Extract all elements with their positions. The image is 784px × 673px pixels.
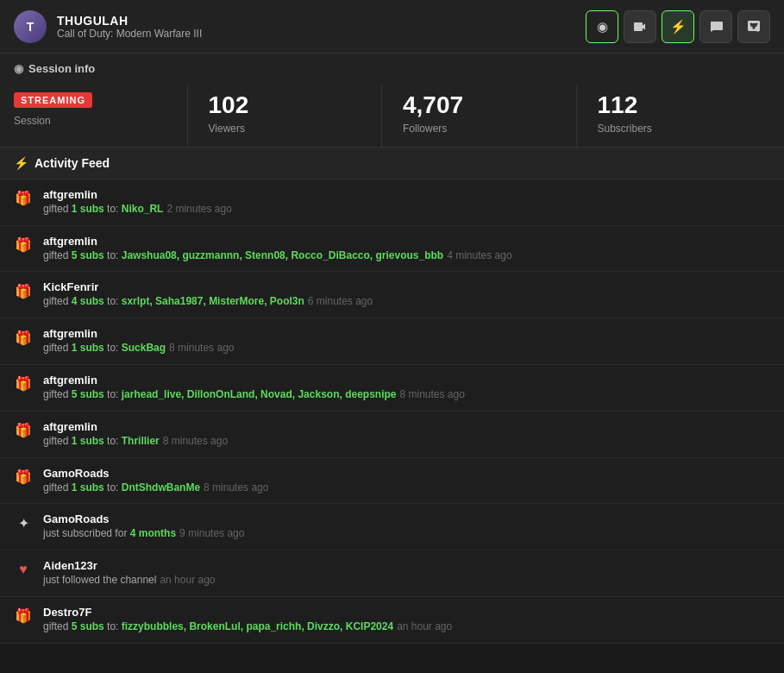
feed-icon-container: ♥ (14, 560, 33, 579)
stat-subscribers: 112 Subscribers (577, 85, 771, 147)
stat-followers: 4,707 Followers (382, 85, 577, 147)
star-icon: ✦ (18, 515, 29, 531)
activity-flash-icon: ⚡ (14, 156, 28, 170)
feed-text: gifted 5 subs to: Jawshua08, guzzmannn, … (43, 248, 770, 263)
viewers-label: Viewers (209, 123, 368, 135)
feed-content: aftgremlin gifted 1 subs to: SuckBag8 mi… (43, 327, 770, 355)
feed-icon-container: 🎁 (14, 189, 33, 208)
feed-text: gifted 5 subs to: fizzybubbles, BrokenLu… (43, 620, 770, 634)
feed-item: 🎁 Destro7F gifted 5 subs to: fizzybubble… (0, 597, 784, 644)
feed-text: just subscribed for 4 months9 minutes ag… (43, 526, 770, 541)
session-label: Session (14, 115, 173, 127)
gift-icon: 🎁 (15, 422, 32, 438)
video-icon-btn[interactable] (624, 10, 656, 43)
feed-item: 🎁 GamoRoads gifted 1 subs to: DntShdwBan… (0, 458, 784, 505)
session-stats: STREAMING Session 102 Viewers 4,707 Foll… (14, 85, 770, 147)
followers-count: 4,707 (403, 92, 562, 119)
feed-icon-container: 🎁 (14, 607, 33, 626)
header-username: THUGULAH (57, 14, 586, 28)
gift-icon: 🎁 (15, 283, 32, 299)
feed-item: 🎁 aftgremlin gifted 5 subs to: Jawshua08… (0, 226, 784, 273)
avatar: T (14, 10, 47, 43)
activity-header: ⚡ Activity Feed (0, 148, 784, 179)
feed-item: 🎁 aftgremlin gifted 5 subs to: jarhead_l… (0, 365, 784, 412)
feed-text: gifted 1 subs to: Niko_RL2 minutes ago (43, 202, 770, 217)
feed-text: gifted 1 subs to: DntShdwBanMe8 minutes … (43, 481, 770, 495)
subscribers-count: 112 (598, 92, 757, 119)
feed-username: GamoRoads (43, 513, 770, 525)
feed-content: aftgremlin gifted 1 subs to: Niko_RL2 mi… (43, 188, 770, 217)
feed-content: GamoRoads just subscribed for 4 months9 … (43, 513, 770, 541)
feed-username: aftgremlin (43, 420, 770, 433)
heart-icon: ♥ (19, 562, 28, 577)
session-title-text: Session info (28, 62, 95, 75)
subscribers-label: Subscribers (598, 123, 757, 135)
viewers-count: 102 (209, 92, 368, 119)
gift-icon: 🎁 (15, 469, 32, 485)
feed-icon-container: 🎁 (14, 328, 33, 347)
feed-item: 🎁 aftgremlin gifted 1 subs to: SuckBag8 … (0, 318, 784, 365)
feed-text: gifted 5 subs to: jarhead_live, DillonOn… (43, 387, 770, 402)
feed-text: just followed the channelan hour ago (43, 573, 770, 588)
feed-text: gifted 1 subs to: Thrillier8 minutes ago (43, 434, 770, 449)
chat-icon-btn[interactable] (699, 10, 732, 43)
feed-username: aftgremlin (43, 374, 770, 387)
feed-username: aftgremlin (43, 235, 770, 248)
header: T THUGULAH Call of Duty: Modern Warfare … (0, 0, 784, 53)
gift-icon: 🎁 (15, 236, 32, 253)
feed-username: GamoRoads (43, 467, 770, 480)
feed-content: aftgremlin gifted 5 subs to: Jawshua08, … (43, 235, 770, 263)
activity-feed-list: 🎁 aftgremlin gifted 1 subs to: Niko_RL2 … (0, 179, 784, 644)
gift-icon: 🎁 (15, 607, 32, 624)
header-info: THUGULAH Call of Duty: Modern Warfare II… (57, 14, 586, 40)
feed-username: KickFenrir (43, 280, 770, 293)
stream-icon-btn[interactable]: ◉ (586, 10, 618, 43)
feed-content: Aiden123r just followed the channelan ho… (43, 559, 770, 588)
feed-username: aftgremlin (43, 327, 770, 340)
feed-item: ✦ GamoRoads just subscribed for 4 months… (0, 504, 784, 550)
session-title: ◉ Session info (14, 62, 770, 75)
header-icons: ◉ ⚡ (586, 10, 770, 43)
feed-icon-container: 🎁 (14, 468, 33, 487)
feed-username: Destro7F (43, 606, 770, 619)
activity-section: ⚡ Activity Feed 🎁 aftgremlin gifted 1 su… (0, 148, 784, 644)
feed-username: Aiden123r (43, 559, 770, 572)
stat-viewers: 102 Viewers (188, 85, 383, 147)
feed-content: GamoRoads gifted 1 subs to: DntShdwBanMe… (43, 467, 770, 495)
feed-content: aftgremlin gifted 1 subs to: Thrillier8 … (43, 420, 770, 449)
feed-icon-container: 🎁 (14, 421, 33, 440)
stat-streaming: STREAMING Session (14, 85, 188, 147)
feed-content: KickFenrir gifted 4 subs to: sxrlpt, Sah… (43, 280, 770, 309)
feed-item: 🎁 aftgremlin gifted 1 subs to: Thrillier… (0, 412, 784, 458)
feed-text: gifted 1 subs to: SuckBag8 minutes ago (43, 341, 770, 355)
feed-icon-container: 🎁 (14, 374, 33, 393)
header-game: Call of Duty: Modern Warfare III (57, 28, 586, 40)
feed-icon-container: ✦ (14, 513, 33, 532)
discord-icon-btn[interactable] (737, 10, 770, 43)
gift-icon: 🎁 (15, 375, 32, 392)
streaming-badge: STREAMING (14, 92, 92, 108)
feed-icon-container: 🎁 (14, 236, 33, 255)
gift-icon: 🎁 (15, 330, 32, 346)
feed-item: 🎁 aftgremlin gifted 1 subs to: Niko_RL2 … (0, 179, 784, 226)
activity-title: Activity Feed (34, 156, 110, 170)
session-section: ◉ Session info STREAMING Session 102 Vie… (0, 53, 784, 148)
feed-username: aftgremlin (43, 188, 770, 201)
flash-icon-btn[interactable]: ⚡ (662, 10, 694, 43)
feed-text: gifted 4 subs to: sxrlpt, Saha1987, Mist… (43, 294, 770, 309)
gift-icon: 🎁 (15, 190, 32, 206)
session-icon: ◉ (14, 62, 23, 75)
followers-label: Followers (403, 123, 562, 135)
feed-item: ♥ Aiden123r just followed the channelan … (0, 550, 784, 597)
feed-content: Destro7F gifted 5 subs to: fizzybubbles,… (43, 606, 770, 634)
feed-icon-container: 🎁 (14, 281, 33, 300)
feed-item: 🎁 KickFenrir gifted 4 subs to: sxrlpt, S… (0, 272, 784, 318)
feed-content: aftgremlin gifted 5 subs to: jarhead_liv… (43, 374, 770, 402)
